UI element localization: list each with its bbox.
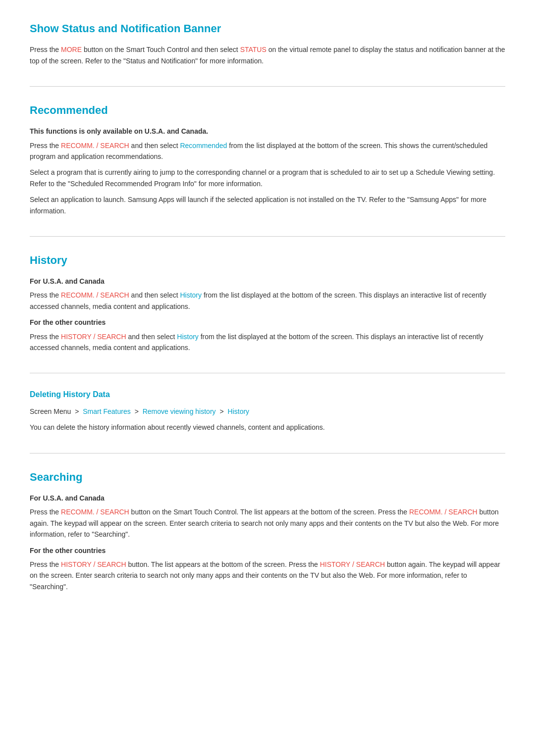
- status-keyword: STATUS: [240, 46, 267, 53]
- breadcrumb-arrow-3: >: [219, 407, 225, 415]
- searching-paragraph2: Press the HISTORY / SEARCH button. The l…: [30, 559, 505, 592]
- recommended-section: Recommended This functions is only avail…: [30, 101, 505, 216]
- searching-section: Searching For U.S.A. and Canada Press th…: [30, 468, 505, 592]
- deleting-history-title: Deleting History Data: [30, 388, 505, 401]
- deleting-history-paragraph: You can delete the history information a…: [30, 422, 505, 433]
- more-keyword: MORE: [61, 46, 82, 53]
- breadcrumb-smart-features[interactable]: Smart Features: [83, 407, 130, 415]
- divider-1: [30, 86, 505, 87]
- history-section: History For U.S.A. and Canada Press the …: [30, 252, 505, 353]
- divider-3: [30, 373, 505, 373]
- show-status-title: Show Status and Notification Banner: [30, 20, 505, 37]
- recomm-search-keyword-3: RECOMM. / SEARCH: [61, 508, 129, 516]
- breadcrumb-remove-viewing-history[interactable]: Remove viewing history: [143, 407, 216, 415]
- searching-subheading2: For the other countries: [30, 545, 505, 556]
- breadcrumb-prefix: Screen Menu: [30, 407, 71, 415]
- searching-paragraph1: Press the RECOMM. / SEARCH button on the…: [30, 506, 505, 540]
- searching-subheading1: For U.S.A. and Canada: [30, 493, 505, 504]
- divider-2: [30, 236, 505, 237]
- breadcrumb-arrow-2: >: [135, 407, 141, 415]
- recommended-paragraph2: Select a program that is currently airin…: [30, 167, 505, 189]
- recommended-title: Recommended: [30, 101, 505, 119]
- recomm-search-keyword-1: RECOMM. / SEARCH: [61, 142, 129, 150]
- breadcrumb: Screen Menu > Smart Features > Remove vi…: [30, 406, 505, 417]
- breadcrumb-arrow-1: >: [75, 407, 81, 415]
- show-status-paragraph: Press the MORE button on the Smart Touch…: [30, 44, 505, 66]
- history-search-keyword-1: HISTORY / SEARCH: [61, 333, 126, 341]
- breadcrumb-history[interactable]: History: [228, 407, 250, 415]
- history-search-keyword-2: HISTORY / SEARCH: [61, 560, 126, 568]
- divider-4: [30, 453, 505, 454]
- recommended-availability: This functions is only available on U.S.…: [30, 126, 505, 137]
- show-status-section: Show Status and Notification Banner Pres…: [30, 20, 505, 66]
- history-paragraph1: Press the RECOMM. / SEARCH and then sele…: [30, 290, 505, 312]
- history-search-keyword-3: HISTORY / SEARCH: [320, 560, 385, 568]
- recommended-paragraph1: Press the RECOMM. / SEARCH and then sele…: [30, 140, 505, 162]
- history-subheading1: For U.S.A. and Canada: [30, 276, 505, 287]
- history-keyword-2: History: [177, 333, 199, 341]
- recommended-keyword: Recommended: [180, 142, 227, 150]
- recomm-search-keyword-4: RECOMM. / SEARCH: [409, 508, 478, 516]
- history-paragraph2: Press the HISTORY / SEARCH and then sele…: [30, 331, 505, 353]
- searching-title: Searching: [30, 468, 505, 486]
- recomm-search-keyword-2: RECOMM. / SEARCH: [61, 291, 129, 299]
- history-title: History: [30, 252, 505, 269]
- recommended-paragraph3: Select an application to launch. Samsung…: [30, 194, 505, 216]
- history-subheading2: For the other countries: [30, 317, 505, 328]
- deleting-history-section: Deleting History Data Screen Menu > Smar…: [30, 388, 505, 433]
- history-keyword-1: History: [180, 291, 202, 299]
